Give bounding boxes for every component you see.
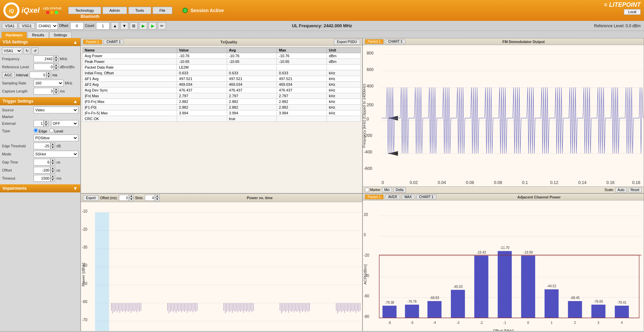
capture-length-unit: ms: [60, 89, 73, 93]
vsa-select[interactable]: VSA1: [2, 47, 22, 54]
br-aver-tab[interactable]: AVER: [385, 194, 400, 199]
edge-option-select[interactable]: POSitive: [34, 135, 78, 141]
spinner-up-icon[interactable]: ▲: [111, 22, 119, 30]
timeout-up[interactable]: ▲: [50, 175, 55, 178]
tr-min-button[interactable]: Min: [382, 187, 392, 192]
br-packet1-tab[interactable]: Packet 1: [365, 194, 384, 199]
capture-length-down[interactable]: ▼: [54, 91, 58, 95]
mode-select[interactable]: SSHot: [34, 151, 78, 157]
svg-text:-79.38: -79.38: [385, 301, 394, 304]
tr-chart1-tab[interactable]: CHART 1: [385, 39, 405, 44]
bl-slots-down[interactable]: ▼: [155, 198, 160, 201]
count-input[interactable]: [96, 22, 110, 30]
sampling-rate-row: Sampling Rate 160 MHz: [2, 80, 78, 86]
ref-level-input[interactable]: [34, 64, 54, 70]
offset-up[interactable]: ▲: [50, 167, 55, 170]
impairments-header[interactable]: Impairments ▼: [0, 184, 80, 192]
tl-packet1-tab[interactable]: Packet 1: [83, 39, 102, 44]
vsa-settings-header[interactable]: VSA Settings ▲: [0, 38, 80, 46]
agc-interval-input[interactable]: [30, 72, 46, 78]
spinner-down-icon[interactable]: ▼: [120, 22, 128, 30]
vsg1-button[interactable]: VSG1: [19, 23, 35, 29]
export-psdu-button[interactable]: Export PSDU: [334, 39, 360, 45]
marker-checkbox[interactable]: [365, 188, 369, 192]
led-status-area: LED STATUS: [43, 7, 61, 14]
gap-time-input[interactable]: [34, 159, 50, 165]
reset-button[interactable]: ↺: [32, 47, 38, 54]
gap-time-up[interactable]: ▲: [50, 159, 55, 162]
agc-button[interactable]: AGC: [2, 72, 15, 78]
table-cell: LE2M: [177, 65, 227, 70]
offset-down[interactable]: ▼: [50, 170, 55, 174]
external-off-select[interactable]: OFF: [51, 120, 78, 127]
tab-settings[interactable]: Settings: [49, 32, 72, 38]
level-radio-label[interactable]: Level: [49, 128, 63, 133]
edit-icon[interactable]: ✏: [158, 22, 166, 30]
edge-radio-label[interactable]: Edge: [34, 128, 47, 133]
play-icon[interactable]: ▶: [139, 22, 147, 30]
br-chart1-tab[interactable]: CHART 1: [416, 194, 436, 199]
ref-level-down[interactable]: ▼: [54, 67, 58, 70]
svg-rect-188: [405, 305, 419, 318]
marker-checkbox-label[interactable]: Marker: [365, 188, 381, 192]
external-down[interactable]: ▼: [44, 123, 48, 127]
frequency-down[interactable]: ▼: [54, 59, 58, 62]
table-row: Avg Power-10.76-10.76-10.76dBm: [83, 53, 361, 59]
source-select[interactable]: Video: [34, 107, 78, 113]
timeout-down[interactable]: ▼: [50, 178, 55, 182]
capture-length-input[interactable]: [34, 88, 54, 95]
edge-threshold-down[interactable]: ▼: [50, 146, 55, 149]
timeout-input[interactable]: [34, 175, 50, 182]
ref-level-up[interactable]: ▲: [54, 64, 58, 67]
gap-time-row: Gap Time ▲ ▼ us: [2, 159, 78, 165]
gap-time-down[interactable]: ▼: [50, 162, 55, 165]
nav-admin[interactable]: Admin: [102, 7, 127, 14]
svg-text:-60: -60: [363, 294, 369, 298]
tr-auto-button[interactable]: Auto: [615, 187, 627, 192]
run-icon[interactable]: ▶: [148, 22, 157, 30]
tr-delta-button[interactable]: Delta: [393, 187, 406, 192]
timeout-btns: ▲ ▼: [50, 175, 55, 182]
edge-radio[interactable]: [34, 128, 38, 133]
svg-rect-2: [363, 45, 644, 186]
sampling-rate-select[interactable]: 160: [34, 80, 63, 86]
edge-threshold-up[interactable]: ▲: [50, 143, 55, 146]
level-radio[interactable]: [49, 128, 54, 133]
calc-icon[interactable]: ⊞: [130, 22, 138, 30]
external-input[interactable]: [34, 120, 44, 127]
local-button[interactable]: Local: [624, 9, 641, 15]
edge-threshold-input[interactable]: [34, 143, 50, 149]
tr-packet1-tab[interactable]: Packet 1: [365, 39, 384, 44]
bl-offset-input[interactable]: [119, 195, 129, 201]
trigger-settings-header[interactable]: Trigger Settings ▲: [0, 97, 80, 105]
nav-file[interactable]: File: [153, 7, 173, 14]
refresh-button[interactable]: ↻: [24, 47, 30, 54]
agc-interval-down[interactable]: ▼: [46, 75, 51, 78]
svg-text:0: 0: [363, 232, 366, 237]
bl-offset-down[interactable]: ▼: [129, 198, 134, 201]
tl-chart1-tab[interactable]: CHART 1: [103, 39, 124, 44]
frequency-input[interactable]: [34, 56, 54, 62]
chan1-select[interactable]: CHAN1: [36, 22, 58, 30]
br-max-tab[interactable]: MAX: [401, 194, 415, 199]
frequency-up[interactable]: ▲: [54, 56, 58, 59]
external-btns: ▲ ▼: [44, 120, 48, 127]
bl-slots-input[interactable]: [145, 195, 155, 201]
offset-input[interactable]: [70, 22, 84, 30]
vsa1-button[interactable]: VSA1: [2, 23, 17, 29]
offset-input-left[interactable]: [34, 167, 50, 174]
tr-reset-button[interactable]: Reset: [628, 187, 642, 192]
bl-slots-up[interactable]: ▲: [155, 194, 160, 198]
bl-export-button[interactable]: Export: [83, 195, 99, 201]
tab-results[interactable]: Results: [28, 32, 49, 38]
capture-length-up[interactable]: ▲: [54, 88, 58, 91]
col-unit: Unit: [327, 47, 360, 53]
marker-label: Marker: [370, 188, 381, 192]
agc-interval-up[interactable]: ▲: [46, 72, 51, 75]
external-up[interactable]: ▲: [44, 120, 48, 123]
nav-technology[interactable]: Technology: [68, 7, 101, 14]
table-cell: Packet Data Rate: [83, 65, 177, 70]
bl-offset-up[interactable]: ▲: [129, 194, 134, 198]
tab-hardware[interactable]: Hardware: [1, 32, 27, 38]
nav-tools[interactable]: Tools: [128, 7, 151, 14]
